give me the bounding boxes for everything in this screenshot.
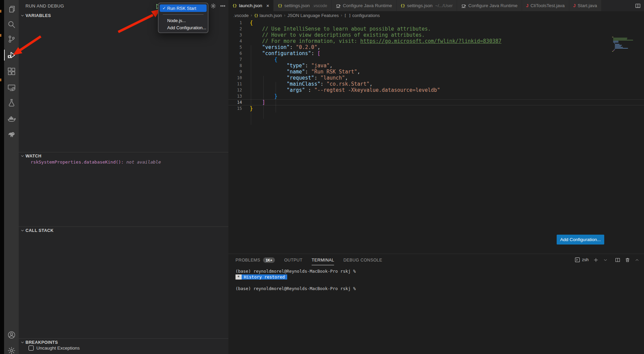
tab-label: Configure Java Runtime	[343, 3, 392, 8]
editor-tab-launch-json[interactable]: {}launch.json×	[228, 0, 274, 11]
line-number: 7	[228, 56, 242, 63]
breakpoint-label: Uncaught Exceptions	[36, 345, 80, 351]
panel-tab-terminal[interactable]: TERMINAL	[312, 255, 334, 265]
terminal-dropdown-button[interactable]	[603, 258, 608, 262]
activity-bar-accounts-icon[interactable]	[4, 328, 19, 341]
code-line-3: 3 // Hover to view descriptions of exist…	[228, 32, 644, 38]
line-number: 14	[228, 99, 242, 105]
tab-label: Start.java	[578, 3, 597, 8]
code-line-5: 5 "version": "0.2.0",	[228, 44, 644, 50]
menu-separator	[163, 14, 204, 15]
split-terminal-button[interactable]	[615, 257, 620, 263]
kill-terminal-button[interactable]	[625, 257, 630, 263]
code-text: "version": "0.2.0",	[250, 44, 320, 50]
code-text: "mainClass": "co.rsk.Start",	[250, 81, 372, 87]
section-header-call-stack[interactable]: CALL STACK	[19, 226, 228, 234]
panel-tab-debug-console[interactable]: DEBUG CONSOLE	[343, 255, 382, 265]
breadcrumb-label: JSON Language Features	[288, 13, 339, 18]
tab-label: Configure Java Runtime	[468, 3, 518, 8]
menu-item-run-rsk-start[interactable]: ✓ Run RSK Start	[160, 4, 207, 12]
editor-region: {}launch.json×{}settings.json.vscodeConf…	[228, 0, 644, 354]
minimap-line	[613, 50, 614, 51]
breadcrumb-item--vscode[interactable]: .vscode	[233, 13, 249, 18]
section-header-breakpoints[interactable]: BREAKPOINTS	[19, 338, 228, 346]
editor-tab-start-java[interactable]: JStart.java	[569, 0, 602, 11]
breadcrumb: .vscode›{}launch.json›JSON Language Feat…	[228, 11, 644, 19]
json-file-icon: {}	[232, 3, 237, 8]
editor-tab-configure-java-runtime[interactable]: Configure Java Runtime	[457, 0, 522, 11]
breadcrumb-item-configurations[interactable]: [ ]configurations	[344, 13, 380, 18]
watch-expression-row[interactable]: rskSystemProperties.databaseKind(): not …	[31, 159, 161, 165]
breadcrumb-item-json-language-features[interactable]: JSON Language Features	[288, 13, 339, 18]
new-terminal-button[interactable]	[593, 257, 598, 263]
activity-bar-explorer-icon[interactable]	[4, 3, 19, 16]
launch-settings-gear-icon[interactable]	[210, 3, 216, 9]
activity-bar-docker-icon[interactable]	[4, 112, 19, 125]
java-file-icon: J	[573, 3, 576, 8]
panel-tab-output[interactable]: OUTPUT	[284, 255, 302, 265]
json-file-icon: {}	[401, 3, 405, 8]
code-text: // For more information, visit: https://…	[250, 38, 502, 44]
minimap-line	[615, 44, 620, 45]
check-icon: ✓	[161, 6, 167, 11]
menu-item-add-configuration[interactable]: Add Configuration...	[160, 24, 207, 31]
editor-tab-settings-json[interactable]: {}settings.json.vscode	[274, 0, 331, 11]
line-number: 1	[228, 20, 242, 26]
chevron-down-icon	[20, 13, 25, 18]
section-label: VARIABLES	[25, 13, 51, 18]
breadcrumb-label: launch.json	[260, 13, 282, 18]
minimap-line	[612, 51, 613, 52]
minimap[interactable]	[612, 37, 635, 52]
panel-tab-problems[interactable]: PROBLEMS 1K+	[236, 254, 275, 266]
tab-detail: ~/.../User	[435, 3, 453, 8]
terminal-shell-selector[interactable]: zsh	[575, 257, 589, 263]
maximize-panel-button[interactable]	[635, 258, 639, 262]
activity-bar-source-control-icon[interactable]	[4, 33, 19, 46]
tab-label: settings.json	[284, 3, 310, 8]
activity-bar-testing-icon[interactable]	[4, 96, 19, 109]
terminal-prompt-line: (base) reynoldmorel@Reynolds-MacBook-Pro…	[236, 268, 644, 274]
activity-bar-manage-settings-icon[interactable]	[4, 344, 19, 354]
terminal-icon	[575, 257, 580, 263]
activity-bar-extensions-icon[interactable]	[4, 65, 19, 78]
line-number: 4	[228, 38, 242, 44]
activity-bar-search-icon[interactable]	[4, 18, 19, 31]
bottom-panel: PROBLEMS 1K+ OUTPUT TERMINAL DEBUG CONSO…	[228, 254, 644, 354]
more-actions-icon[interactable]	[220, 3, 226, 9]
panel-header: PROBLEMS 1K+ OUTPUT TERMINAL DEBUG CONSO…	[228, 254, 644, 266]
breakpoint-row-uncaught-exceptions[interactable]: Uncaught Exceptions	[29, 345, 80, 351]
code-line-1: 1{	[228, 20, 644, 26]
section-header-watch[interactable]: WATCH	[19, 152, 228, 159]
minimap-line	[615, 48, 628, 49]
minimap-line	[615, 47, 623, 48]
chevron-down-icon	[20, 228, 25, 233]
checkbox-unchecked-icon[interactable]	[29, 345, 34, 351]
desktop-edge	[0, 0, 4, 354]
panel-tab-label: OUTPUT	[284, 258, 302, 263]
history-restored-message: History restored	[242, 274, 287, 280]
minimap-line	[613, 39, 627, 39]
add-configuration-button[interactable]: Add Configuration...	[557, 235, 604, 245]
minimap-line	[613, 38, 628, 38]
activity-bar-gradle-icon[interactable]	[4, 128, 19, 141]
watch-value: not available	[126, 159, 161, 165]
close-icon[interactable]: ×	[266, 3, 269, 9]
editor-tab-configure-java-runtime[interactable]: Configure Java Runtime	[332, 0, 397, 11]
section-label: WATCH	[25, 154, 41, 158]
editor-tab-clitoolstest-java[interactable]: JCliToolsTest.java	[522, 0, 569, 11]
editor-tab-settings-json[interactable]: {}settings.json~/.../User	[397, 0, 457, 11]
line-number: 11	[228, 81, 242, 87]
window-edge-mark	[0, 10, 1, 13]
panel-tab-label: PROBLEMS	[236, 258, 260, 263]
code-line-8: 8 "type": "java",	[228, 63, 644, 69]
menu-item-nodejs[interactable]: Node.js...	[160, 17, 207, 24]
activity-bar-remote-explorer-icon[interactable]	[4, 81, 19, 94]
java-cup-icon	[336, 3, 341, 8]
menu-item-label: Run RSK Start	[167, 6, 196, 11]
breadcrumb-item-launch-json[interactable]: {}launch.json	[254, 13, 282, 18]
code-editor[interactable]: 1{2 // Use IntelliSense to learn about p…	[228, 19, 644, 254]
split-editor-icon[interactable]	[635, 0, 644, 11]
tab-detail: .vscode	[313, 3, 327, 8]
terminal-output[interactable]: (base) reynoldmorel@Reynolds-MacBook-Pro…	[228, 266, 644, 354]
activity-bar-run-and-debug-icon[interactable]	[4, 49, 19, 62]
